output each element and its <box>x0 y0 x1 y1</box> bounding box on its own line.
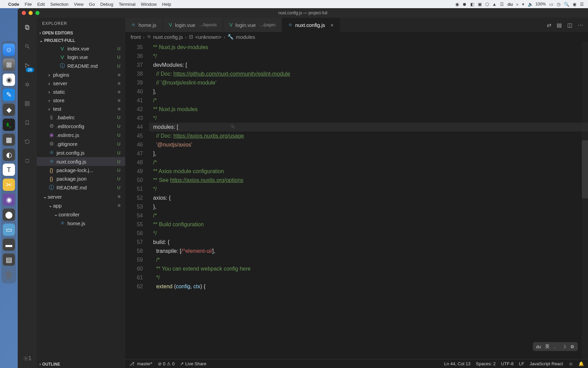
activity-bookmark-icon[interactable] <box>22 117 33 128</box>
code-line[interactable]: extend (config, ctx) { <box>149 282 588 291</box>
file-item[interactable]: Vlogin.vueU <box>37 53 125 61</box>
dock-app[interactable]: ✎ <box>3 89 15 101</box>
status-icon[interactable]: ☲ <box>500 2 504 7</box>
problems[interactable]: ⊘0 ⚠0 <box>158 361 175 366</box>
status-icon[interactable]: du <box>507 2 513 7</box>
menu-terminal[interactable]: Terminal <box>119 2 135 7</box>
code-body[interactable]: ** Nuxt.js dev-modules*/devModules: [ //… <box>149 42 588 359</box>
code-line[interactable]: ** Axios module configuration <box>149 167 588 176</box>
dock-finder[interactable]: ☺ <box>3 44 15 56</box>
ime-item[interactable]: ☽ <box>562 344 566 349</box>
file-item[interactable]: ⚙.editorconfigU <box>37 122 125 131</box>
live-share[interactable]: ↗ Live Share <box>180 361 206 366</box>
code-line[interactable]: */ <box>149 114 588 123</box>
folder-item[interactable]: ⌄app <box>37 201 125 210</box>
file-item[interactable]: ⓘREADME.mdU <box>37 183 125 192</box>
outline-section[interactable]: › OUTLINE <box>37 361 125 368</box>
dock-chrome[interactable]: ◉ <box>3 74 15 86</box>
git-branch[interactable]: ⎇ master* <box>129 361 152 366</box>
volume-icon[interactable]: 🔈 <box>528 2 533 7</box>
code-line[interactable]: /* <box>149 256 588 264</box>
code-line[interactable]: */ <box>149 52 588 61</box>
editor-tab[interactable]: ⚛home.js <box>125 18 163 32</box>
code-line[interactable]: ], <box>149 87 588 96</box>
ime-item[interactable]: 英 <box>545 343 550 350</box>
code-line[interactable]: ** You can extend webpack config here <box>149 264 588 273</box>
app-name[interactable]: Code <box>8 2 19 7</box>
code-line[interactable]: // '@nuxtjs/eslint-module' <box>149 78 588 87</box>
code-line[interactable]: devModules: [ <box>149 61 588 70</box>
status-icon[interactable]: ⏺ <box>462 2 467 7</box>
menu-edit[interactable]: Edit <box>37 2 45 7</box>
file-item[interactable]: ⚛nuxt.config.jsU <box>37 157 125 166</box>
menu-selection[interactable]: Selection <box>50 2 68 7</box>
window-maximize-button[interactable] <box>35 11 39 15</box>
ime-settings-icon[interactable]: ⚙ <box>570 344 574 349</box>
dock-app[interactable]: ⬤ <box>3 209 15 221</box>
code-line[interactable]: modules: [ <box>149 123 588 132</box>
code-line[interactable]: /* <box>149 96 588 105</box>
code-line[interactable]: /* <box>149 211 588 220</box>
breadcrumb-item[interactable]: front <box>131 34 141 40</box>
control-center-icon[interactable]: ☰ <box>580 2 584 7</box>
file-item[interactable]: ⚙.gitignoreU <box>37 139 125 148</box>
code-line[interactable]: transpile: [/^element-ui/], <box>149 247 588 256</box>
dock-app[interactable]: ✂ <box>3 179 15 191</box>
dock-app[interactable]: ▤ <box>3 254 15 266</box>
file-item[interactable]: {}package-lock.j...U <box>37 166 125 174</box>
spotlight-icon[interactable]: 🔍 <box>564 2 569 7</box>
battery-icon[interactable]: ▭ <box>549 2 553 7</box>
breadcrumb-item[interactable]: <unknown> <box>195 34 222 40</box>
window-close-button[interactable] <box>22 11 26 15</box>
compare-icon[interactable]: ⇄ <box>547 22 551 28</box>
indentation[interactable]: Spaces: 2 <box>476 361 496 366</box>
code-line[interactable]: ** Nuxt.js modules <box>149 105 588 114</box>
menu-debug[interactable]: Debug <box>100 2 113 7</box>
code-line[interactable]: ** Nuxt.js dev-modules <box>149 43 588 52</box>
status-icon[interactable]: ▣ <box>478 2 482 7</box>
ime-item[interactable]: du <box>536 344 541 349</box>
encoding[interactable]: UTF-8 <box>501 361 513 366</box>
breadcrumb-item[interactable]: nuxt.config.js <box>153 34 183 40</box>
folder-item[interactable]: ⌄server <box>37 192 125 201</box>
clock-icon[interactable]: ◷ <box>557 2 560 7</box>
code-line[interactable]: build: { <box>149 238 588 247</box>
code-line[interactable]: /* <box>149 158 588 167</box>
dock-app[interactable]: ◐ <box>3 149 15 161</box>
split-editor-icon[interactable]: ◫ <box>567 22 572 28</box>
menu-file[interactable]: File <box>25 2 32 7</box>
eol[interactable]: LF <box>519 361 524 366</box>
minimap-viewport[interactable] <box>582 140 588 198</box>
bluetooth-icon[interactable]: ᚛ <box>516 2 519 7</box>
status-icon[interactable]: ◧ <box>470 2 474 7</box>
activity-search-icon[interactable] <box>22 41 33 52</box>
folder-item[interactable]: ›plugins <box>37 71 125 79</box>
activity-explorer-icon[interactable] <box>22 22 33 33</box>
dock-trash[interactable]: 🗑 <box>3 269 15 281</box>
notifications-icon[interactable]: 🔔 <box>578 361 584 366</box>
battery-percent[interactable]: 100% <box>535 2 546 6</box>
breadcrumb[interactable]: front › ⚛ nuxt.config.js › ⊟ <unknown> ›… <box>125 32 588 42</box>
window-titlebar[interactable]: nuxt.config.js — project-full <box>18 8 588 18</box>
code-line[interactable]: ** Build configuration <box>149 220 588 229</box>
activity-settings-icon[interactable]: 1 <box>22 353 33 364</box>
code-line[interactable]: ], <box>149 149 588 158</box>
menu-window[interactable]: Window <box>141 2 157 7</box>
folder-item[interactable]: ›server <box>37 79 125 88</box>
activity-history-icon[interactable] <box>22 136 33 147</box>
code-editor[interactable]: 3536373839404142434445464748495051525354… <box>125 42 588 359</box>
activity-debug-icon[interactable] <box>22 79 33 90</box>
folder-item[interactable]: ›test <box>37 105 125 113</box>
code-line[interactable]: axios: { <box>149 194 588 202</box>
dock-app[interactable]: ▭ <box>3 224 15 236</box>
folder-item[interactable]: ›static <box>37 88 125 96</box>
code-line[interactable]: */ <box>149 273 588 282</box>
editor-tab[interactable]: Vlogin.vue.../pages <box>223 18 282 32</box>
folder-item[interactable]: ›store <box>37 96 125 105</box>
preview-icon[interactable]: ▤ <box>557 22 562 28</box>
status-icon[interactable]: ▲ <box>492 2 497 7</box>
file-item[interactable]: ⚛jest.config.jsU <box>37 148 125 157</box>
file-item[interactable]: {}package.jsonU <box>37 174 125 183</box>
code-line[interactable]: // Doc: https://github.com/nuxt-communit… <box>149 70 588 78</box>
code-line[interactable]: '@nuxtjs/axios' <box>149 140 588 149</box>
